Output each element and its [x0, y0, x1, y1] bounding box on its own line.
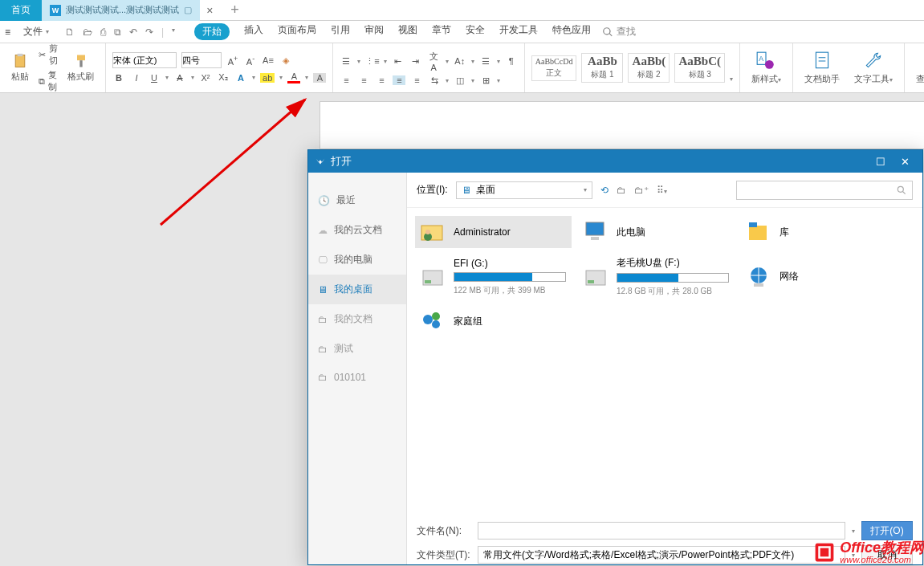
tab-add-button[interactable]: + — [219, 2, 250, 18]
tab-document[interactable]: W 测试测试测试...测试测试测试 ▢ — [42, 0, 200, 21]
filetype-select[interactable] — [478, 546, 845, 564]
sidebar-item-recent[interactable]: 🕓最近 — [308, 185, 406, 215]
decrease-font-icon[interactable]: A- — [244, 55, 257, 67]
font-name-select[interactable] — [112, 52, 177, 68]
ribbon-tab-chapter[interactable]: 章节 — [432, 23, 451, 40]
search-box[interactable]: 查找 — [602, 25, 636, 39]
align-justify-button[interactable]: ≡ — [393, 75, 405, 85]
ribbon-tab-start[interactable]: 开始 — [194, 23, 230, 40]
tab-home[interactable]: 首页 — [0, 0, 42, 21]
ribbon-tab-devtools[interactable]: 开发工具 — [499, 23, 538, 40]
text-effects-button[interactable]: A — [234, 73, 247, 83]
ribbon-tab-security[interactable]: 安全 — [466, 23, 485, 40]
file-item-disk-usb[interactable]: 老毛桃U盘 (F:) 12.8 GB 可用，共 28.0 GB — [578, 253, 735, 300]
print-preview-icon[interactable]: ⧉ — [114, 26, 121, 38]
cancel-button[interactable]: 取消 — [861, 545, 913, 564]
doc-helper-button[interactable]: 文档助手 — [800, 51, 845, 85]
filename-input[interactable] — [478, 522, 845, 540]
new-folder-icon[interactable]: 🗀⁺ — [634, 185, 649, 196]
sidebar-item-desktop[interactable]: 🖥我的桌面 — [308, 275, 406, 304]
file-item-thispc[interactable]: 此电脑 — [578, 216, 735, 248]
location-select[interactable]: 🖥 桌面 ▾ — [456, 181, 592, 199]
new-style-button[interactable]: A 新样式▾ — [747, 51, 786, 85]
bold-button[interactable]: B — [112, 73, 125, 83]
line-spacing-button[interactable]: ☰ — [479, 56, 492, 67]
cut-button[interactable]: ✂剪切 — [39, 43, 58, 67]
ribbon-tab-reference[interactable]: 引用 — [331, 23, 350, 40]
text-direction-button[interactable]: 文A — [427, 51, 441, 72]
increase-font-icon[interactable]: A+ — [226, 55, 239, 67]
qat-dropdown-icon[interactable]: ▾ — [172, 26, 175, 38]
font-color-button[interactable]: A — [287, 71, 300, 83]
asian-layout-button[interactable]: A↕ — [454, 56, 466, 66]
style-heading3[interactable]: AaBbC(标题 3 — [674, 53, 725, 83]
increase-indent-button[interactable]: ⇥ — [409, 56, 422, 67]
numbering-button[interactable]: ⋮≡ — [365, 56, 378, 67]
dialog-search-box[interactable] — [736, 181, 913, 200]
bullets-button[interactable]: ☰ — [340, 56, 352, 67]
file-item-disk-efi[interactable]: EFI (G:) 122 MB 可用，共 399 MB — [415, 253, 572, 300]
up-folder-icon[interactable]: 🗀 — [617, 185, 626, 196]
redo-icon[interactable]: ↷ — [145, 26, 153, 38]
align-center-button[interactable]: ≡ — [357, 75, 370, 85]
decrease-indent-button[interactable]: ⇤ — [392, 56, 405, 67]
file-menu[interactable]: 文件▾ — [15, 25, 57, 39]
change-case-icon[interactable]: A≡ — [262, 55, 275, 65]
style-normal[interactable]: AaBbCcDd正文 — [531, 55, 577, 81]
ribbon-tab-review[interactable]: 审阅 — [364, 23, 384, 40]
file-item-network[interactable]: 网络 — [741, 253, 898, 300]
ribbon-tab-view[interactable]: 视图 — [398, 23, 417, 40]
format-painter-button[interactable]: 格式刷 — [63, 53, 99, 83]
view-options-icon[interactable]: ⠿▾ — [657, 185, 667, 196]
document-page[interactable] — [320, 101, 924, 149]
copy-button[interactable]: ⧉复制 — [39, 69, 58, 93]
style-heading1[interactable]: AaBb标题 1 — [581, 53, 623, 83]
sidebar-item-test[interactable]: 🗀测试 — [308, 334, 406, 364]
style-heading2[interactable]: AaBb(标题 2 — [628, 53, 670, 83]
ribbon-tab-special[interactable]: 特色应用 — [552, 23, 591, 40]
ribbon-tab-insert[interactable]: 插入 — [244, 23, 263, 40]
back-icon[interactable]: ⟲ — [600, 185, 609, 196]
italic-button[interactable]: I — [130, 73, 143, 83]
char-shading-button[interactable]: A — [313, 73, 326, 83]
sidebar-item-010101[interactable]: 🗀010101 — [308, 364, 406, 391]
filename-dropdown-icon[interactable]: ▾ — [852, 527, 855, 535]
undo-icon[interactable]: ↶ — [129, 26, 137, 38]
filetype-dropdown-icon[interactable]: ▾ — [852, 552, 855, 559]
clear-format-icon[interactable]: ◈ — [279, 55, 292, 66]
strikethrough-button[interactable]: A — [173, 73, 186, 83]
ribbon-tab-layout[interactable]: 页面布局 — [278, 23, 316, 40]
tab-close-button[interactable]: × — [200, 4, 219, 17]
superscript-button[interactable]: X² — [199, 73, 212, 83]
text-tool-button[interactable]: 文字工具▾ — [849, 51, 898, 85]
sidebar-item-cloud[interactable]: ☁我的云文档 — [308, 215, 406, 245]
file-item-administrator[interactable]: Administrator — [415, 216, 572, 248]
file-item-libraries[interactable]: 库 — [741, 216, 898, 248]
sidebar-item-mydocs[interactable]: 🗀我的文档 — [308, 304, 406, 334]
app-menu-button[interactable]: ≡ — [0, 26, 15, 38]
maximize-button[interactable]: ☐ — [869, 153, 892, 170]
distributed-button[interactable]: ≡ — [410, 75, 423, 85]
indent-button[interactable]: ⇆ — [428, 75, 441, 86]
borders-button[interactable]: ⊞ — [479, 75, 492, 86]
subscript-button[interactable]: X₂ — [217, 72, 230, 83]
close-button[interactable]: ✕ — [893, 153, 916, 170]
dialog-titlebar[interactable]: 打开 ☐ ✕ — [308, 150, 922, 173]
font-size-select[interactable] — [181, 52, 222, 68]
find-replace-button[interactable]: 查找替换▾ — [911, 51, 924, 85]
styles-expand-icon[interactable]: ▾ — [730, 75, 733, 83]
paste-button[interactable]: 粘贴 — [6, 53, 34, 83]
align-right-button[interactable]: ≡ — [375, 75, 388, 85]
open-button[interactable]: 打开(O) — [861, 521, 913, 540]
align-left-button[interactable]: ≡ — [340, 75, 352, 85]
shading-button[interactable]: ◫ — [454, 75, 466, 86]
underline-button[interactable]: U — [148, 73, 161, 83]
open-icon[interactable]: 🗁 — [83, 26, 92, 38]
show-marks-button[interactable]: ¶ — [505, 56, 518, 66]
highlight-button[interactable]: ab — [260, 73, 275, 83]
file-item-homegroup[interactable]: 家庭组 — [415, 305, 572, 337]
new-icon[interactable]: 🗋 — [65, 26, 75, 38]
dialog-search-input[interactable] — [742, 185, 896, 196]
sidebar-item-mypc[interactable]: 🖵我的电脑 — [308, 245, 406, 275]
print-icon[interactable]: ⎙ — [100, 26, 106, 38]
